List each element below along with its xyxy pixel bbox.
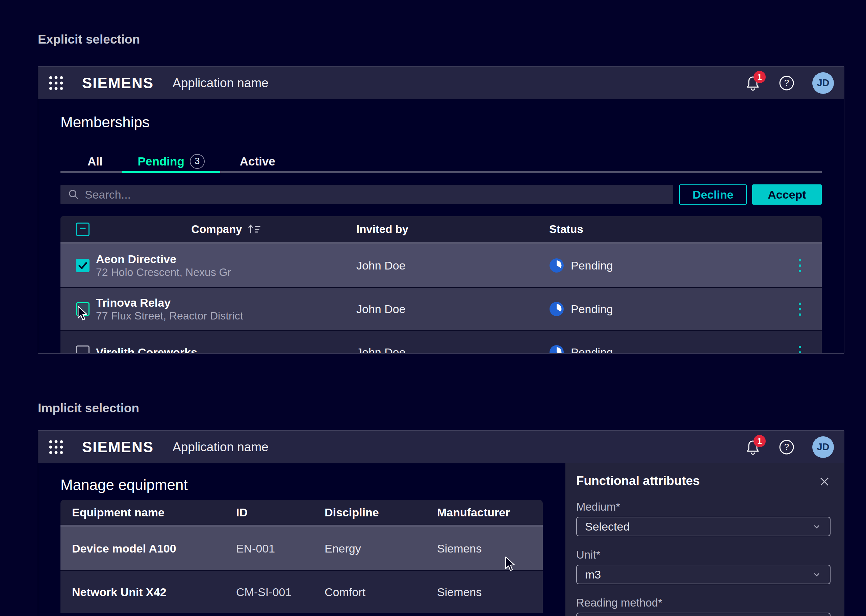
chevron-down-icon: [812, 569, 822, 580]
siemens-logo: SIEMENS: [82, 439, 154, 456]
page: Explicit selection SIEMENS Application n…: [0, 0, 866, 616]
notifications-button[interactable]: 1: [745, 75, 761, 91]
column-company[interactable]: Company: [191, 223, 242, 236]
panel-title: Functional attributes: [576, 473, 700, 488]
section-label-implicit: Implicit selection: [38, 401, 139, 415]
accept-button[interactable]: Accept: [752, 184, 822, 205]
equipment-id: CM-SI-001: [236, 586, 325, 599]
equipment-discipline: Energy: [325, 542, 437, 555]
column-status[interactable]: Status: [549, 223, 778, 236]
search-icon: [68, 189, 79, 200]
field-label-reading-method: Reading method*: [576, 596, 831, 610]
decline-button[interactable]: Decline: [679, 184, 747, 205]
equipment-window: SIEMENS Application name 1 ? JD: [38, 430, 844, 616]
equipment-name: Device model A100: [60, 542, 236, 555]
user-avatar[interactable]: JD: [812, 72, 834, 94]
field-label-unit: Unit*: [576, 548, 831, 562]
search-placeholder: Search...: [85, 188, 131, 201]
column-id[interactable]: ID: [236, 506, 325, 519]
column-equipment-name[interactable]: Equipment name: [60, 506, 236, 519]
equipment-manufacturer: Siemens: [437, 586, 543, 599]
equipment-table: Equipment name ID Discipline Manufacture…: [60, 500, 543, 613]
app-launcher-icon[interactable]: [48, 439, 64, 455]
tab-all[interactable]: All: [72, 151, 118, 173]
row-checkbox-unchecked[interactable]: [76, 346, 90, 354]
page-title: Manage equipment: [60, 476, 543, 494]
search-input[interactable]: Search...: [60, 185, 673, 204]
table-row[interactable]: Virelith Coreworks John Doe Pending: [60, 330, 822, 354]
application-name: Application name: [173, 76, 269, 90]
section-label-explicit: Explicit selection: [38, 32, 140, 47]
tab-bar: All Pending 3 Active: [60, 151, 822, 173]
column-invited-by[interactable]: Invited by: [356, 223, 549, 236]
pending-status-icon: [549, 345, 564, 354]
notification-badge: 1: [753, 71, 766, 83]
company-name: Aeon Directive: [96, 252, 356, 266]
app-header: SIEMENS Application name 1 ? JD: [38, 66, 844, 99]
notifications-button[interactable]: 1: [745, 439, 761, 455]
page-title: Memberships: [60, 113, 822, 132]
table-row[interactable]: Device model A100 EN-001 Energy Siemens: [60, 527, 543, 570]
app-launcher-icon[interactable]: [48, 75, 64, 91]
company-name: Virelith Coreworks: [96, 346, 356, 354]
invited-by: John Doe: [356, 259, 549, 272]
select-all-checkbox[interactable]: [76, 223, 90, 236]
row-menu-button[interactable]: [797, 344, 803, 354]
status-text: Pending: [571, 346, 613, 354]
company-name: Trinova Relay: [96, 296, 356, 310]
table-row[interactable]: Trinova Relay 77 Flux Street, Reactor Di…: [60, 287, 822, 330]
app-header: SIEMENS Application name 1 ? JD: [38, 431, 844, 464]
reading-method-select[interactable]: [576, 613, 831, 616]
functional-attributes-panel: Functional attributes Medium* Selected: [566, 464, 844, 616]
company-address: 77 Flux Street, Reactor District: [96, 310, 356, 322]
invited-by: John Doe: [356, 346, 549, 354]
equipment-id: EN-001: [236, 542, 325, 555]
help-icon[interactable]: ?: [778, 439, 795, 455]
pending-status-icon: [549, 302, 564, 316]
equipment-discipline: Comfort: [325, 586, 437, 599]
application-name: Application name: [173, 440, 269, 454]
invited-by: John Doe: [356, 303, 549, 316]
company-address: 72 Holo Crescent, Nexus Gr: [96, 266, 356, 279]
memberships-window: SIEMENS Application name 1 ? JD Membersh: [38, 66, 844, 354]
column-manufacturer[interactable]: Manufacturer: [437, 506, 543, 519]
chevron-down-icon: [812, 522, 822, 531]
row-checkbox-checked[interactable]: [76, 259, 90, 272]
pending-status-icon: [549, 258, 564, 273]
medium-select[interactable]: Selected: [576, 517, 831, 536]
unit-select[interactable]: m3: [576, 565, 831, 584]
equipment-name: Network Unit X42: [60, 586, 236, 599]
user-avatar[interactable]: JD: [812, 436, 834, 458]
row-menu-button[interactable]: [797, 257, 803, 274]
pending-count-badge: 3: [190, 154, 205, 169]
siemens-logo: SIEMENS: [82, 75, 154, 91]
field-label-medium: Medium*: [576, 500, 831, 514]
row-menu-button[interactable]: [797, 300, 803, 318]
equipment-manufacturer: Siemens: [437, 542, 543, 555]
table-header-row: Equipment name ID Discipline Manufacture…: [60, 500, 543, 527]
mouse-cursor: [505, 556, 516, 572]
table-header-row: Company Invited by Status: [60, 216, 822, 244]
close-icon[interactable]: [818, 476, 831, 488]
svg-text:?: ?: [784, 78, 789, 88]
tab-active[interactable]: Active: [224, 151, 291, 173]
status-text: Pending: [571, 259, 613, 272]
table-row[interactable]: Aeon Directive 72 Holo Crescent, Nexus G…: [60, 244, 822, 287]
tab-pending[interactable]: Pending 3: [122, 151, 220, 173]
help-icon[interactable]: ?: [778, 75, 795, 91]
table-row[interactable]: Network Unit X42 CM-SI-001 Comfort Sieme…: [60, 570, 543, 613]
column-discipline[interactable]: Discipline: [325, 506, 437, 519]
svg-text:?: ?: [784, 442, 789, 452]
notification-badge: 1: [753, 435, 766, 447]
sort-ascending-icon[interactable]: [248, 223, 261, 235]
status-text: Pending: [571, 303, 613, 316]
memberships-table: Company Invited by Status: [60, 216, 822, 354]
mouse-cursor: [77, 306, 88, 322]
